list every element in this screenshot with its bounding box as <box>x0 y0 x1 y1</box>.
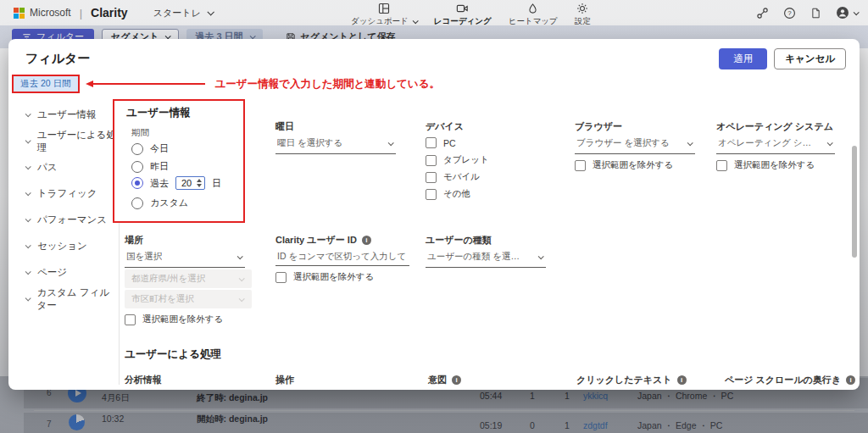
device-checkbox-mobile[interactable]: モバイル <box>426 171 480 183</box>
spinner-down-icon[interactable] <box>197 184 202 187</box>
microsoft-wordmark: Microsoft <box>30 7 71 19</box>
os-select[interactable]: オペレーティング システム を選択する <box>716 136 835 154</box>
filter-category-path[interactable]: パス <box>8 154 119 180</box>
scroll-depth-label-text: ページ スクロールの奥行き <box>725 374 841 386</box>
user-type-select[interactable]: ユーザーの種類 を選択する <box>426 249 546 268</box>
device-checkbox-other[interactable]: その他 <box>426 188 470 200</box>
heatmap-icon <box>527 3 538 14</box>
play-button[interactable] <box>69 414 85 430</box>
intent-label-text: 意図 <box>428 374 447 386</box>
radio-icon <box>131 143 143 155</box>
category-label: カスタム フィルター <box>37 286 119 312</box>
radio-today[interactable]: 今日 <box>131 142 169 155</box>
category-label: パス <box>37 161 58 174</box>
browser-select[interactable]: ブラウザー を選択する <box>575 136 695 154</box>
chevron-down-icon <box>25 111 31 117</box>
top-nav: Microsoft | Clarity スタートレ ダッシュボード レコーディン… <box>0 0 868 25</box>
os-label: オペレーティング システム <box>716 120 833 133</box>
recording-meta: Japan ・ Chrome ・ PC <box>637 391 733 402</box>
user-id-input[interactable] <box>275 249 409 266</box>
day-of-week-select[interactable]: 曜日 を選択する <box>275 136 396 154</box>
browser-placeholder: ブラウザー を選択する <box>576 137 670 149</box>
recording-end: 終了時: degina.jp <box>197 392 268 404</box>
chevron-down-icon <box>413 18 419 24</box>
chevron-down-icon <box>388 140 394 146</box>
cancel-button[interactable]: キャンセル <box>774 48 846 69</box>
filter-category-performance[interactable]: パフォーマンス <box>8 207 119 233</box>
radio-past-label: 過去 <box>150 177 169 190</box>
chevron-down-icon <box>207 8 214 15</box>
past-days-value: 20 <box>181 178 193 188</box>
svg-text:?: ? <box>787 9 792 17</box>
document-icon[interactable] <box>810 7 821 19</box>
project-selector[interactable]: スタートレ <box>153 7 213 19</box>
past-days-input[interactable]: 20 <box>175 176 205 190</box>
radio-past-days[interactable]: 過去 20 日 <box>131 176 221 190</box>
annotation-text: ユーザー情報で入力した期間と連動している。 <box>215 77 440 92</box>
settings-icon <box>576 3 588 14</box>
spinner-up-icon[interactable] <box>197 179 202 182</box>
row-index: 7 <box>47 419 52 429</box>
recording-row <box>24 413 868 433</box>
radio-custom[interactable]: カスタム <box>131 197 188 209</box>
filter-category-custom-filters[interactable]: カスタム フィルター <box>8 286 119 312</box>
device-option-label: タブレット <box>443 154 489 166</box>
city-select: 市区町村を選択 <box>125 290 252 308</box>
device-option-label: その他 <box>443 188 470 200</box>
date-range-chip[interactable]: 過去 20 日間 <box>12 75 80 93</box>
period-label: 期間 <box>131 127 149 139</box>
country-select[interactable]: 国を選択 <box>125 249 245 268</box>
spinner-buttons[interactable] <box>197 179 202 187</box>
filter-category-user-actions[interactable]: ユーザーによる処理 <box>8 128 119 154</box>
link-icon[interactable] <box>756 7 769 19</box>
section-heading: ユーザー情報 <box>126 106 191 120</box>
browser-label: ブラウザー <box>575 120 622 133</box>
info-icon[interactable] <box>452 375 461 385</box>
city-placeholder: 市区町村を選択 <box>131 293 194 305</box>
filter-category-user-info[interactable]: ユーザー情報 <box>8 102 119 128</box>
device-checkbox-pc[interactable]: PC <box>426 137 456 148</box>
filter-category-traffic[interactable]: トラフィック <box>8 180 119 207</box>
device-checkbox-tablet[interactable]: タブレット <box>426 154 489 166</box>
chevron-down-icon <box>237 253 243 259</box>
filter-category-page[interactable]: ページ <box>8 259 119 286</box>
modal-scrollbar[interactable] <box>852 107 857 381</box>
checkbox-icon <box>426 189 437 200</box>
avatar-icon <box>836 6 849 19</box>
scroll-depth-column-label: ページ スクロールの奥行き <box>725 374 855 386</box>
filter-category-sidebar: ユーザー情報 ユーザーによる処理 パス トラフィック パフォーマンス セッション… <box>8 100 120 385</box>
user-type-placeholder: ユーザーの種類 を選択する <box>427 251 527 263</box>
insight-column-label: 分析情報 <box>125 374 162 386</box>
filter-panel: フィルター 適用 キャンセル 過去 20 日間 ユーザー情報で入力した期間と連動… <box>8 39 860 390</box>
exclude-label: 選択範囲を除外する <box>293 271 374 283</box>
location-exclude-checkbox[interactable]: 選択範囲を除外する <box>125 314 223 325</box>
exclude-label: 選択範囲を除外する <box>734 159 815 171</box>
chevron-down-icon <box>25 190 31 196</box>
top-nav-actions: ? <box>756 0 858 25</box>
account-menu[interactable] <box>836 6 858 19</box>
recordings-icon <box>456 3 469 14</box>
scrollbar-thumb[interactable] <box>852 146 857 258</box>
info-icon[interactable] <box>362 236 371 245</box>
radio-yesterday-label: 昨日 <box>150 160 169 173</box>
recording-duration: 05:19 <box>480 420 502 430</box>
apply-button[interactable]: 適用 <box>719 48 767 69</box>
checkbox-icon <box>275 272 287 283</box>
recording-user-link[interactable]: zdgtdf <box>583 420 608 430</box>
radio-selected-icon <box>131 177 143 189</box>
recording-user-link[interactable]: ykkicq <box>583 391 608 401</box>
chevron-down-icon <box>239 296 245 302</box>
browser-exclude-checkbox[interactable]: 選択範囲を除外する <box>575 159 673 171</box>
device-label: デバイス <box>426 120 464 133</box>
help-icon[interactable]: ? <box>783 7 796 19</box>
os-exclude-checkbox[interactable]: 選択範囲を除外する <box>716 159 815 171</box>
category-label: ユーザーによる処理 <box>37 129 119 154</box>
user-id-exclude-checkbox[interactable]: 選択範囲を除外する <box>275 271 374 283</box>
chevron-down-icon <box>25 242 31 248</box>
info-icon[interactable] <box>677 375 687 385</box>
device-option-label: モバイル <box>443 171 480 183</box>
radio-yesterday[interactable]: 昨日 <box>131 160 169 173</box>
filter-category-session[interactable]: セッション <box>8 233 119 259</box>
day-of-week-placeholder: 曜日 を選択する <box>277 137 342 149</box>
radio-today-label: 今日 <box>150 142 169 155</box>
